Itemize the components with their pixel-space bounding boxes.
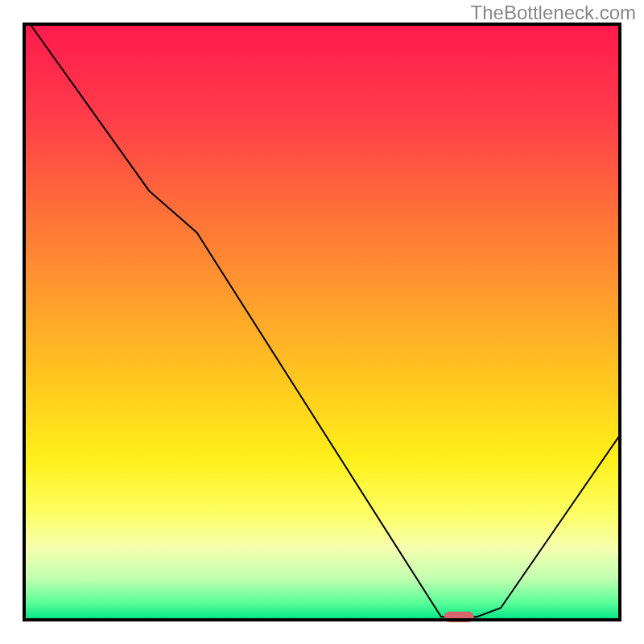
gradient-background [24,24,620,620]
chart-svg [0,0,644,644]
watermark-text: TheBottleneck.com [471,2,636,24]
chart-container: TheBottleneck.com [0,0,644,644]
